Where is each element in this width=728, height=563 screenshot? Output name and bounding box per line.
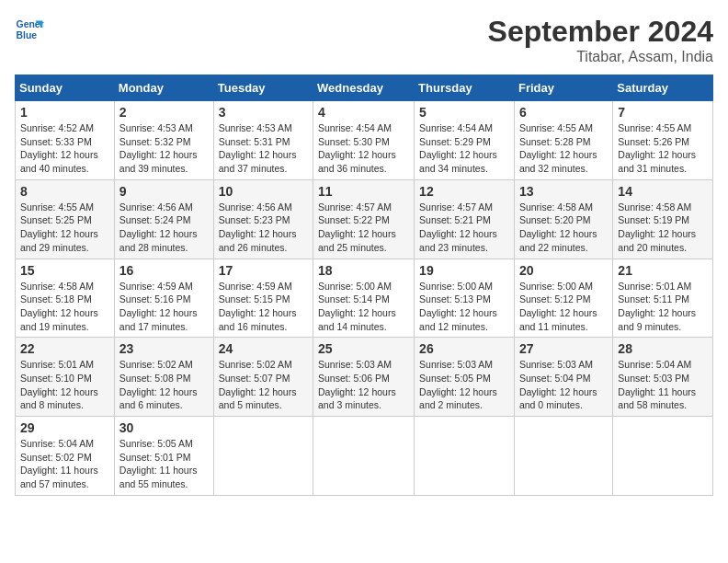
day-info: Sunrise: 4:55 AMSunset: 5:25 PMDaylight:… (20, 201, 98, 253)
day-info: Sunrise: 4:53 AMSunset: 5:32 PMDaylight:… (119, 122, 198, 174)
day-number: 16 (119, 263, 209, 278)
header-row: Sunday Monday Tuesday Wednesday Thursday… (16, 75, 713, 101)
calendar-cell: 16 Sunrise: 4:59 AMSunset: 5:16 PMDaylig… (114, 259, 213, 338)
day-number: 28 (618, 341, 708, 356)
calendar-cell: 3 Sunrise: 4:53 AMSunset: 5:31 PMDayligh… (213, 101, 313, 180)
day-info: Sunrise: 4:58 AMSunset: 5:19 PMDaylight:… (618, 201, 696, 253)
calendar-cell: 24 Sunrise: 5:02 AMSunset: 5:07 PMDaylig… (213, 338, 313, 417)
calendar-cell: 23 Sunrise: 5:02 AMSunset: 5:08 PMDaylig… (114, 338, 213, 417)
day-number: 1 (20, 105, 109, 120)
day-info: Sunrise: 5:00 AMSunset: 5:12 PMDaylight:… (519, 281, 597, 332)
day-number: 9 (119, 184, 209, 199)
calendar-row-5: 29 Sunrise: 5:04 AMSunset: 5:02 PMDaylig… (16, 417, 713, 496)
col-sunday: Sunday (16, 75, 115, 101)
calendar-cell: 14 Sunrise: 4:58 AMSunset: 5:19 PMDaylig… (613, 179, 713, 259)
day-info: Sunrise: 5:01 AMSunset: 5:10 PMDaylight:… (20, 359, 98, 410)
day-info: Sunrise: 4:54 AMSunset: 5:29 PMDaylight:… (419, 122, 497, 174)
page-header: General Blue September 2024 Titabar, Ass… (15, 15, 713, 65)
day-number: 13 (519, 184, 608, 199)
day-number: 10 (219, 184, 308, 199)
calendar-cell: 28 Sunrise: 5:04 AMSunset: 5:03 PMDaylig… (613, 338, 713, 417)
col-monday: Monday (114, 75, 213, 101)
calendar-table: Sunday Monday Tuesday Wednesday Thursday… (15, 75, 713, 496)
calendar-cell: 10 Sunrise: 4:56 AMSunset: 5:23 PMDaylig… (213, 179, 313, 259)
day-info: Sunrise: 5:03 AMSunset: 5:05 PMDaylight:… (419, 359, 497, 410)
calendar-cell: 6 Sunrise: 4:55 AMSunset: 5:28 PMDayligh… (514, 101, 612, 180)
day-info: Sunrise: 5:04 AMSunset: 5:02 PMDaylight:… (20, 438, 98, 489)
day-number: 15 (20, 263, 109, 278)
calendar-cell: 1 Sunrise: 4:52 AMSunset: 5:33 PMDayligh… (16, 101, 115, 180)
day-info: Sunrise: 5:04 AMSunset: 5:03 PMDaylight:… (618, 359, 696, 410)
calendar-cell: 22 Sunrise: 5:01 AMSunset: 5:10 PMDaylig… (16, 338, 115, 417)
calendar-cell: 27 Sunrise: 5:03 AMSunset: 5:04 PMDaylig… (514, 338, 612, 417)
calendar-cell: 26 Sunrise: 5:03 AMSunset: 5:05 PMDaylig… (415, 338, 515, 417)
day-number: 8 (20, 184, 109, 199)
calendar-cell: 25 Sunrise: 5:03 AMSunset: 5:06 PMDaylig… (313, 338, 415, 417)
calendar-cell: 2 Sunrise: 4:53 AMSunset: 5:32 PMDayligh… (114, 101, 213, 180)
day-number: 14 (618, 184, 708, 199)
calendar-cell: 20 Sunrise: 5:00 AMSunset: 5:12 PMDaylig… (514, 259, 612, 338)
day-info: Sunrise: 5:01 AMSunset: 5:11 PMDaylight:… (618, 281, 696, 332)
day-number: 6 (519, 105, 608, 120)
day-number: 29 (20, 420, 109, 435)
calendar-cell (514, 417, 612, 496)
day-number: 26 (419, 341, 509, 356)
day-info: Sunrise: 4:55 AMSunset: 5:26 PMDaylight:… (618, 122, 696, 174)
calendar-cell (415, 417, 515, 496)
day-info: Sunrise: 5:03 AMSunset: 5:04 PMDaylight:… (519, 359, 597, 410)
calendar-cell (613, 417, 713, 496)
col-friday: Friday (514, 75, 612, 101)
day-number: 21 (618, 263, 708, 278)
calendar-cell: 12 Sunrise: 4:57 AMSunset: 5:21 PMDaylig… (415, 179, 515, 259)
day-number: 30 (119, 420, 209, 435)
day-info: Sunrise: 4:54 AMSunset: 5:30 PMDaylight:… (318, 122, 396, 174)
calendar-cell: 9 Sunrise: 4:56 AMSunset: 5:24 PMDayligh… (114, 179, 213, 259)
calendar-cell (313, 417, 415, 496)
day-number: 4 (318, 105, 409, 120)
day-info: Sunrise: 4:57 AMSunset: 5:22 PMDaylight:… (318, 201, 396, 253)
day-number: 11 (318, 184, 409, 199)
day-info: Sunrise: 4:53 AMSunset: 5:31 PMDaylight:… (219, 122, 297, 174)
day-info: Sunrise: 4:59 AMSunset: 5:15 PMDaylight:… (219, 281, 297, 332)
col-saturday: Saturday (613, 75, 713, 101)
day-info: Sunrise: 5:05 AMSunset: 5:01 PMDaylight:… (119, 438, 198, 489)
day-number: 5 (419, 105, 509, 120)
day-number: 3 (219, 105, 308, 120)
day-number: 19 (419, 263, 509, 278)
calendar-cell: 5 Sunrise: 4:54 AMSunset: 5:29 PMDayligh… (415, 101, 515, 180)
col-wednesday: Wednesday (313, 75, 415, 101)
calendar-cell: 15 Sunrise: 4:58 AMSunset: 5:18 PMDaylig… (16, 259, 115, 338)
calendar-cell: 8 Sunrise: 4:55 AMSunset: 5:25 PMDayligh… (16, 179, 115, 259)
col-thursday: Thursday (415, 75, 515, 101)
calendar-cell: 30 Sunrise: 5:05 AMSunset: 5:01 PMDaylig… (114, 417, 213, 496)
day-number: 17 (219, 263, 308, 278)
calendar-cell: 13 Sunrise: 4:58 AMSunset: 5:20 PMDaylig… (514, 179, 612, 259)
day-number: 2 (119, 105, 209, 120)
svg-text:Blue: Blue (17, 30, 38, 40)
calendar-cell: 29 Sunrise: 5:04 AMSunset: 5:02 PMDaylig… (16, 417, 115, 496)
calendar-row-2: 8 Sunrise: 4:55 AMSunset: 5:25 PMDayligh… (16, 179, 713, 259)
col-tuesday: Tuesday (213, 75, 313, 101)
day-number: 7 (618, 105, 708, 120)
day-number: 20 (519, 263, 608, 278)
day-info: Sunrise: 5:02 AMSunset: 5:07 PMDaylight:… (219, 359, 297, 410)
calendar-row-1: 1 Sunrise: 4:52 AMSunset: 5:33 PMDayligh… (16, 101, 713, 180)
calendar-cell: 17 Sunrise: 4:59 AMSunset: 5:15 PMDaylig… (213, 259, 313, 338)
day-info: Sunrise: 5:03 AMSunset: 5:06 PMDaylight:… (318, 359, 396, 410)
day-info: Sunrise: 5:00 AMSunset: 5:13 PMDaylight:… (419, 281, 497, 332)
logo-icon: General Blue (15, 15, 44, 44)
day-number: 18 (318, 263, 409, 278)
day-info: Sunrise: 4:52 AMSunset: 5:33 PMDaylight:… (20, 122, 98, 174)
day-number: 25 (318, 341, 409, 356)
day-info: Sunrise: 4:58 AMSunset: 5:20 PMDaylight:… (519, 201, 597, 253)
day-info: Sunrise: 5:00 AMSunset: 5:14 PMDaylight:… (318, 281, 396, 332)
title-area: September 2024 Titabar, Assam, India (488, 15, 713, 65)
calendar-cell: 19 Sunrise: 5:00 AMSunset: 5:13 PMDaylig… (415, 259, 515, 338)
calendar-row-3: 15 Sunrise: 4:58 AMSunset: 5:18 PMDaylig… (16, 259, 713, 338)
day-number: 27 (519, 341, 608, 356)
day-info: Sunrise: 4:55 AMSunset: 5:28 PMDaylight:… (519, 122, 597, 174)
calendar-cell (213, 417, 313, 496)
day-number: 12 (419, 184, 509, 199)
calendar-cell: 7 Sunrise: 4:55 AMSunset: 5:26 PMDayligh… (613, 101, 713, 180)
month-title: September 2024 (488, 15, 713, 49)
